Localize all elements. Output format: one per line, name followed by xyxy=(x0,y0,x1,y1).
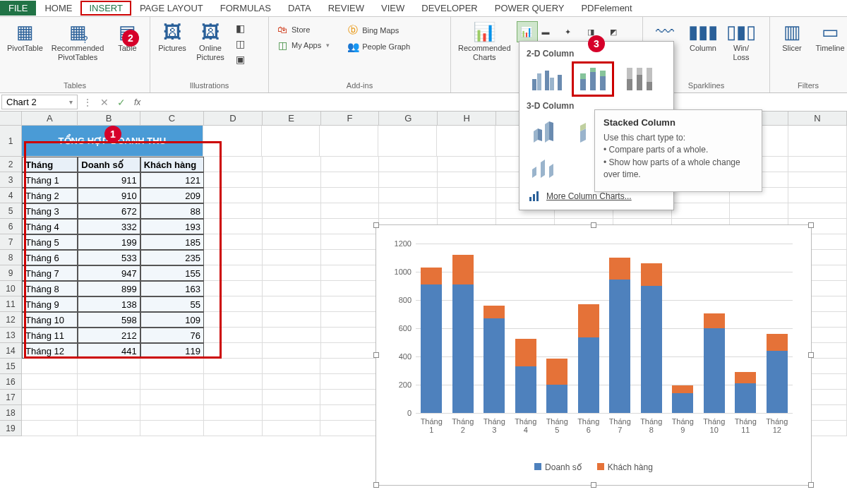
tab-review[interactable]: REVIEW xyxy=(320,1,373,16)
row-header[interactable]: 14 xyxy=(0,343,22,359)
row-header[interactable]: 18 xyxy=(0,405,22,421)
cell[interactable] xyxy=(379,188,438,203)
tab-developer[interactable]: DEVELOPER xyxy=(413,1,486,16)
bing-maps-button[interactable]: ⓑBing Maps xyxy=(344,23,413,38)
combo-chart-button[interactable]: ◩ xyxy=(607,21,628,42)
cell[interactable] xyxy=(204,328,263,343)
cell[interactable]: 212 xyxy=(78,328,140,343)
slicer-button[interactable]: ▥Slicer xyxy=(774,18,810,54)
cell[interactable] xyxy=(22,374,78,390)
cell[interactable] xyxy=(321,343,380,359)
cell[interactable] xyxy=(263,219,321,234)
cell[interactable] xyxy=(321,312,380,328)
cell[interactable] xyxy=(320,359,379,374)
cell[interactable] xyxy=(263,172,321,188)
cell[interactable] xyxy=(788,172,847,188)
row-header[interactable]: 13 xyxy=(0,328,22,343)
online-pictures-button[interactable]: 🖼 Online Pictures xyxy=(193,18,228,63)
chart-bar[interactable] xyxy=(704,244,725,413)
cell[interactable]: Tháng 12 xyxy=(22,343,78,359)
tab-formulas[interactable]: FORMULAS xyxy=(212,1,280,16)
tab-file[interactable]: FILE xyxy=(0,1,36,16)
cell[interactable]: 947 xyxy=(78,265,140,281)
tab-data[interactable]: DATA xyxy=(280,1,320,16)
cell[interactable]: Tháng 11 xyxy=(22,328,78,343)
cell[interactable] xyxy=(321,250,380,265)
column-header[interactable]: E xyxy=(263,112,321,126)
column-header[interactable]: F xyxy=(321,112,380,126)
cell[interactable] xyxy=(263,421,321,436)
cell[interactable] xyxy=(320,405,379,421)
row-header[interactable]: 16 xyxy=(0,374,22,390)
cell[interactable] xyxy=(204,359,263,374)
cell[interactable] xyxy=(378,126,437,157)
cell[interactable] xyxy=(788,188,847,203)
recommended-charts-button[interactable]: 📊 Recommended Charts xyxy=(455,18,514,63)
cell[interactable] xyxy=(78,405,140,421)
cell[interactable]: 109 xyxy=(140,312,204,328)
column-header[interactable]: G xyxy=(379,112,438,126)
formula-cancel-icon[interactable]: ✕ xyxy=(96,97,113,108)
chart-bar[interactable] xyxy=(767,244,788,413)
cell[interactable] xyxy=(204,188,263,203)
cell[interactable]: 76 xyxy=(140,328,204,343)
cell[interactable] xyxy=(22,421,78,436)
cell[interactable] xyxy=(263,359,321,374)
cell[interactable]: 441 xyxy=(78,343,140,359)
cell[interactable] xyxy=(78,374,140,390)
store-button[interactable]: 🛍Store xyxy=(273,23,332,37)
chart-100-stacked-column[interactable] xyxy=(618,61,661,97)
cell[interactable] xyxy=(204,250,263,265)
cell[interactable] xyxy=(788,157,847,172)
chart-bar[interactable] xyxy=(483,244,505,413)
cell[interactable] xyxy=(140,421,204,436)
cell[interactable] xyxy=(438,188,496,203)
screenshot-button[interactable]: ▣ xyxy=(231,52,249,66)
sparkline-column-button[interactable]: ▮▮▮Column xyxy=(685,18,721,54)
chart-bar[interactable] xyxy=(515,244,536,413)
tab-insert[interactable]: INSERT xyxy=(80,1,131,16)
my-apps-button[interactable]: ◫My Apps▾ xyxy=(273,38,332,52)
cell[interactable]: Tháng 3 xyxy=(22,203,78,219)
cell[interactable] xyxy=(204,203,263,219)
cell[interactable] xyxy=(321,296,380,312)
cell[interactable] xyxy=(22,405,78,421)
cell[interactable] xyxy=(263,296,321,312)
cell[interactable] xyxy=(730,203,788,219)
cell[interactable] xyxy=(263,188,321,203)
cell[interactable]: Khách hàng xyxy=(140,157,204,172)
cell[interactable]: Tháng 4 xyxy=(22,219,78,234)
cell[interactable] xyxy=(263,374,321,390)
cell[interactable] xyxy=(263,328,321,343)
row-header[interactable]: 6 xyxy=(0,219,22,234)
cell[interactable] xyxy=(320,374,379,390)
cell[interactable] xyxy=(320,126,378,157)
row-header[interactable]: 4 xyxy=(0,188,22,203)
column-header[interactable]: B xyxy=(78,112,140,126)
cell[interactable] xyxy=(321,203,380,219)
cell[interactable] xyxy=(204,157,263,172)
cell[interactable]: 193 xyxy=(140,219,204,234)
cell[interactable] xyxy=(321,281,380,296)
cell[interactable]: 235 xyxy=(140,250,204,265)
cell[interactable] xyxy=(438,172,496,188)
cell[interactable]: 672 xyxy=(78,203,140,219)
cell[interactable] xyxy=(204,374,263,390)
cell[interactable] xyxy=(204,265,263,281)
row-header[interactable]: 5 xyxy=(0,203,22,219)
cell[interactable] xyxy=(263,234,321,250)
chart-bar[interactable] xyxy=(546,244,567,413)
chart-3d-column[interactable] xyxy=(525,149,567,184)
chart-bar[interactable] xyxy=(672,244,693,413)
cell[interactable]: Tháng 5 xyxy=(22,234,78,250)
row-header[interactable]: 17 xyxy=(0,390,22,405)
cell[interactable]: 911 xyxy=(78,172,140,188)
cell[interactable]: 185 xyxy=(140,234,204,250)
cell[interactable]: Tháng 7 xyxy=(22,265,78,281)
cell[interactable] xyxy=(204,296,263,312)
cell[interactable] xyxy=(78,390,140,405)
cell[interactable] xyxy=(379,157,438,172)
cell[interactable]: 119 xyxy=(140,343,204,359)
cell[interactable]: Doanh số xyxy=(78,157,140,172)
chart-3d-clustered[interactable] xyxy=(525,114,567,149)
